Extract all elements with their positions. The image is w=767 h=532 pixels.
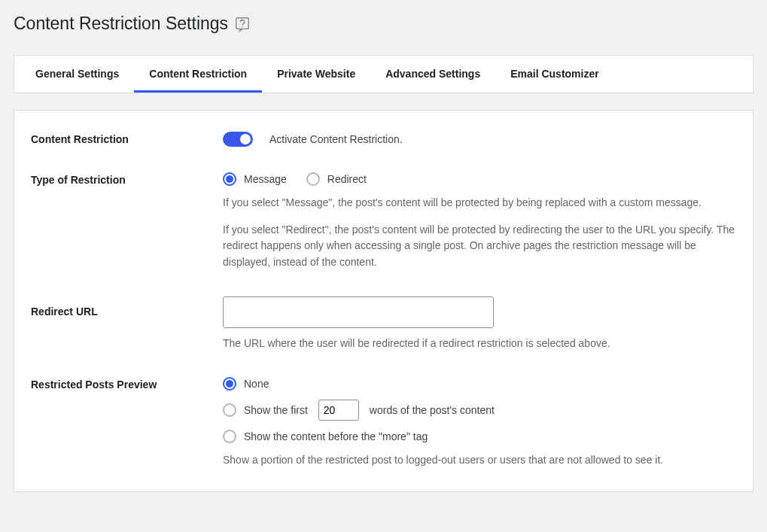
radio-preview-more-tag[interactable] bbox=[223, 430, 236, 443]
field-restricted-posts-preview: Restricted Posts Preview None Show the f… bbox=[31, 377, 736, 469]
label-restricted-posts-preview: Restricted Posts Preview bbox=[31, 377, 223, 391]
desc-redirect-url: The URL where the user will be redirecte… bbox=[223, 336, 736, 352]
page-title: Content Restriction Settings bbox=[14, 14, 753, 34]
toggle-activate-content-restriction[interactable] bbox=[223, 132, 253, 147]
label-redirect-url: Redirect URL bbox=[31, 296, 223, 318]
radio-restriction-message[interactable] bbox=[223, 172, 236, 186]
field-redirect-url: Redirect URL The URL where the user will… bbox=[31, 296, 736, 352]
radio-restriction-redirect-label: Redirect bbox=[327, 173, 367, 185]
help-icon[interactable] bbox=[234, 16, 251, 32]
tabs-panel: General Settings Content Restriction Pri… bbox=[14, 55, 753, 93]
tabs: General Settings Content Restriction Pri… bbox=[14, 56, 753, 93]
radio-preview-first-words[interactable] bbox=[223, 403, 236, 417]
tab-content-restriction[interactable]: Content Restriction bbox=[134, 56, 262, 93]
label-content-restriction: Content Restriction bbox=[31, 132, 223, 145]
radio-restriction-redirect[interactable] bbox=[306, 172, 320, 186]
radio-preview-first-pre: Show the first bbox=[244, 404, 308, 416]
field-type-of-restriction: Type of Restriction Message Redirect If … bbox=[31, 172, 736, 271]
svg-point-1 bbox=[242, 26, 243, 27]
input-preview-word-count[interactable] bbox=[318, 400, 359, 421]
desc-restriction-message: If you select "Message", the post's cont… bbox=[223, 195, 736, 211]
toggle-activate-label: Activate Content Restriction. bbox=[269, 133, 403, 145]
radio-preview-first-post: words of the post's content bbox=[370, 404, 495, 416]
tab-private-website[interactable]: Private Website bbox=[262, 56, 370, 93]
tab-email-customizer[interactable]: Email Customizer bbox=[495, 56, 613, 93]
input-redirect-url[interactable] bbox=[223, 296, 494, 328]
radio-preview-none[interactable] bbox=[223, 377, 236, 391]
desc-preview: Show a portion of the restricted post to… bbox=[223, 452, 736, 469]
settings-panel: Content Restriction Activate Content Res… bbox=[14, 110, 753, 492]
radio-preview-none-label: None bbox=[244, 378, 269, 390]
label-type-of-restriction: Type of Restriction bbox=[31, 172, 223, 186]
tab-general-settings[interactable]: General Settings bbox=[20, 56, 134, 93]
desc-restriction-redirect: If you select "Redirect", the post's con… bbox=[223, 222, 736, 271]
radio-preview-more-label: Show the content before the "more" tag bbox=[244, 430, 428, 442]
tab-advanced-settings[interactable]: Advanced Settings bbox=[370, 56, 495, 93]
page-title-text: Content Restriction Settings bbox=[14, 14, 228, 34]
radio-restriction-message-label: Message bbox=[244, 173, 287, 185]
field-content-restriction: Content Restriction Activate Content Res… bbox=[31, 132, 736, 147]
